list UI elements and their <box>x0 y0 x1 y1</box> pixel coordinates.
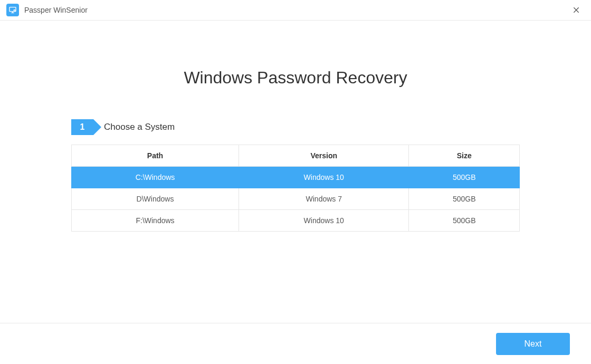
main-content: Windows Password Recovery 1 Choose a Sys… <box>0 21 591 232</box>
footer: Next <box>0 323 591 364</box>
col-header-path: Path <box>72 145 239 167</box>
cell-version: Windows 10 <box>239 167 409 188</box>
cell-version: Windows 10 <box>239 210 409 232</box>
cell-version: Windows 7 <box>239 188 409 210</box>
content-wrap: 1 Choose a System Path Version Size C:\W… <box>71 119 520 232</box>
cell-size: 500GB <box>409 188 520 210</box>
app-title: Passper WinSenior <box>24 6 88 14</box>
cell-size: 500GB <box>409 167 520 188</box>
cell-path: F:\Windows <box>72 210 239 232</box>
system-table: Path Version Size C:\WindowsWindows 1050… <box>71 145 520 232</box>
table-row[interactable]: D\WindowsWindows 7500GB <box>72 188 520 210</box>
page-title: Windows Password Recovery <box>0 68 591 88</box>
titlebar: Passper WinSenior <box>0 0 591 21</box>
close-button[interactable] <box>571 5 582 15</box>
step-header: 1 Choose a System <box>71 119 520 135</box>
table-header-row: Path Version Size <box>72 145 520 167</box>
table-row[interactable]: C:\WindowsWindows 10500GB <box>72 167 520 188</box>
table-row[interactable]: F:\WindowsWindows 10500GB <box>72 210 520 232</box>
step-number-badge: 1 <box>71 119 93 135</box>
col-header-size: Size <box>409 145 520 167</box>
cell-path: C:\Windows <box>72 167 239 188</box>
col-header-version: Version <box>239 145 409 167</box>
cell-path: D\Windows <box>72 188 239 210</box>
close-icon <box>572 6 580 14</box>
next-button[interactable]: Next <box>496 333 570 355</box>
cell-size: 500GB <box>409 210 520 232</box>
step-label: Choose a System <box>104 122 175 132</box>
app-icon <box>6 4 19 16</box>
